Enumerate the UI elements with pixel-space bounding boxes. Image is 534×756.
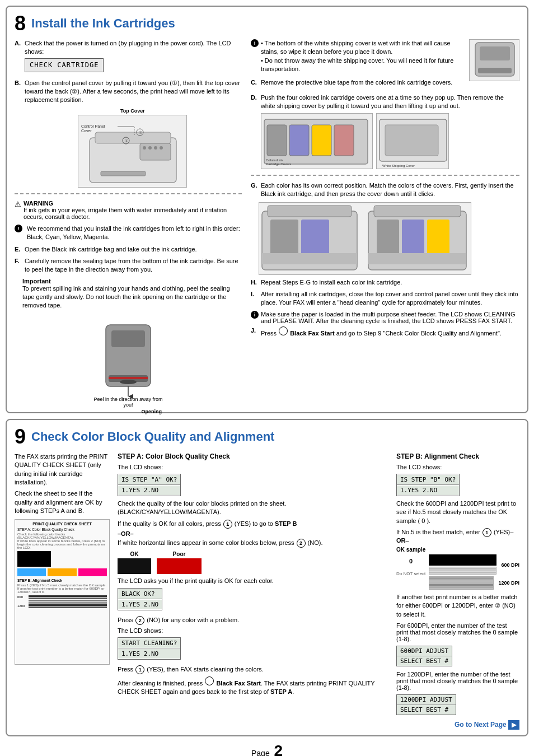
600dpi-row: 600 DPI bbox=[429, 554, 519, 575]
pq-sheet: PRINT QUALITY CHECK SHEET STEP A: Color … bbox=[15, 519, 110, 665]
section9-content: The FAX starts printing the PRINT QUALIT… bbox=[15, 452, 519, 730]
svg-rect-29 bbox=[334, 125, 354, 156]
step-d-content: Push the four colored ink cartridge cove… bbox=[261, 94, 519, 169]
svg-rect-42 bbox=[377, 220, 399, 259]
printer-diagram-area: Top Cover bbox=[24, 108, 242, 188]
step-a-if-ok: If the quality is OK for all colors, pre… bbox=[118, 520, 388, 529]
lcd-clean-line2: 1.YES 2.NO bbox=[118, 649, 180, 659]
section9-intro2: Check the sheet to see if the quality an… bbox=[15, 489, 110, 515]
svg-rect-24 bbox=[478, 68, 512, 73]
ok-sample-label: OK sample bbox=[396, 547, 519, 553]
step-i-text: After installing all ink cartridges, clo… bbox=[261, 290, 519, 307]
circle-1-b: 1 bbox=[483, 528, 491, 537]
svg-rect-39 bbox=[262, 253, 357, 264]
step-c: C. Remove the protective blue tape from … bbox=[251, 78, 465, 87]
info-bullet: i bbox=[251, 39, 259, 47]
right-top-area: i • The bottom of the white shipping cov… bbox=[251, 39, 519, 90]
step-g-label: G. bbox=[251, 181, 259, 199]
section9: 9 Check Color Block Quality and Alignmen… bbox=[6, 419, 528, 736]
600dpi-bars bbox=[429, 554, 496, 575]
svg-text:Colored Ink: Colored Ink bbox=[266, 158, 284, 162]
1200dpi-label: 1200 DPI bbox=[496, 580, 519, 586]
step-j: J. Press Black Fax Start and go to Step … bbox=[251, 326, 519, 338]
page-num-val: 2 bbox=[274, 742, 283, 756]
white-ship-svg: White Shipping Cover bbox=[376, 113, 449, 169]
svg-rect-26 bbox=[267, 125, 287, 156]
section8-content: A. Check that the power is turned on (by… bbox=[15, 39, 519, 407]
step-h-text: Repeat Steps E-G to install each color i… bbox=[261, 278, 402, 287]
svg-rect-41 bbox=[374, 206, 461, 217]
fax-start-btn-j bbox=[279, 326, 288, 335]
circle-2-black: 2 bbox=[135, 616, 144, 625]
fax-start-btn-9 bbox=[205, 676, 214, 685]
warning-text: If ink gets in your eyes, irrigate them … bbox=[24, 207, 227, 220]
svg-text:Cover: Cover bbox=[81, 129, 92, 133]
section8-title: Install the Ink Cartridges bbox=[31, 16, 175, 31]
adjust-1200-line1: 1200DPI ADJUST bbox=[397, 695, 456, 705]
step-j-label: J. bbox=[251, 326, 259, 338]
section8: 8 Install the Ink Cartridges A. Check th… bbox=[6, 6, 528, 413]
sample-display: 0 Do NOT select bbox=[396, 554, 519, 590]
dashed-divider bbox=[15, 193, 242, 194]
step-a-text: Check that the power is turned on (by pl… bbox=[25, 40, 231, 55]
black-block bbox=[17, 551, 51, 567]
svg-rect-7 bbox=[101, 171, 146, 176]
sample-nums: 0 Do NOT select bbox=[396, 554, 425, 578]
section8-right: i • The bottom of the white shipping cov… bbox=[251, 39, 519, 407]
step-f: F. Carefully remove the sealing tape fro… bbox=[15, 257, 242, 274]
page-wrapper: 8 Install the Ink Cartridges A. Check th… bbox=[0, 0, 534, 756]
info-order-text: We recommend that you install the ink ca… bbox=[27, 225, 242, 242]
step-b-heading: STEP B: Alignment Check bbox=[396, 452, 519, 460]
svg-rect-27 bbox=[289, 125, 309, 156]
go-next: Go to Next Page ▶ bbox=[396, 720, 519, 730]
step-c-label: C. bbox=[251, 78, 259, 87]
step-i-label: I. bbox=[251, 290, 259, 307]
svg-point-6 bbox=[160, 146, 163, 150]
step-d-text: Push the four colored ink cartridge cove… bbox=[261, 94, 504, 109]
sample-bars-area: 600 DPI bbox=[429, 554, 519, 590]
covers-svg: Colored Ink Cartridge Covers bbox=[261, 113, 373, 169]
step-a-if-white: If white horizontal lines appear in some… bbox=[118, 539, 388, 548]
col-right9: STEP B: Alignment Check The LCD shows: I… bbox=[396, 452, 519, 730]
step-d: D. Push the four colored ink cartridge c… bbox=[251, 94, 519, 169]
info-cleaning-icon: i bbox=[251, 311, 259, 319]
svg-rect-1 bbox=[95, 132, 171, 143]
1200dpi-bars bbox=[429, 576, 494, 590]
svg-rect-37 bbox=[270, 220, 298, 259]
step-e-text: Open the Black ink cartridge bag and tak… bbox=[25, 245, 197, 254]
step-e-label: E. bbox=[15, 245, 22, 254]
col-left9: The FAX starts printing the PRINT QUALIT… bbox=[15, 452, 110, 730]
important-label: Important bbox=[22, 278, 242, 284]
step-h-label: H. bbox=[251, 278, 259, 287]
cartridge-svg bbox=[469, 39, 519, 81]
for1200-text: For 1200DPI, enter the number of the tes… bbox=[396, 671, 519, 691]
step-a-lcd-intro: The LCD shows: bbox=[118, 464, 388, 470]
warning-icon: ⚠ bbox=[15, 200, 21, 208]
after-clean-text: After cleaning is finished, press Black … bbox=[118, 676, 388, 697]
step-i: I. After installing all ink cartridges, … bbox=[251, 290, 519, 307]
step-c-text: Remove the protective blue tape from the… bbox=[261, 78, 452, 87]
color-row1 bbox=[17, 568, 107, 576]
block-poor bbox=[157, 558, 202, 574]
press-no-text: Press 2 (NO) for any color with a proble… bbox=[118, 616, 388, 625]
info-order-row: i We recommend that you install the ink … bbox=[15, 225, 242, 242]
section9-title: Check Color Block Quality and Alignment bbox=[31, 430, 274, 444]
important-section: Important To prevent spilling ink and st… bbox=[22, 278, 242, 310]
page-label: Page bbox=[251, 749, 270, 756]
section9-intro1: The FAX starts printing the PRINT QUALIT… bbox=[15, 452, 110, 487]
lcd-group-black: BLACK OK? 1.YES 2.NO bbox=[118, 588, 162, 610]
not-ok-bar-1200 bbox=[429, 576, 494, 590]
circle-2-a: 2 bbox=[297, 539, 306, 548]
lcd-a-line2: 1.YES 2.NO bbox=[118, 486, 180, 495]
section9-num: 9 bbox=[15, 427, 26, 447]
svg-rect-43 bbox=[402, 220, 424, 259]
lcd-group-b: IS STEP "B" OK? 1.YES 2.NO bbox=[396, 474, 460, 496]
svg-rect-2 bbox=[140, 143, 171, 160]
info-cleaning-row: i Make sure the paper is loaded in the m… bbox=[251, 311, 519, 324]
step-a-heading: STEP A: Color Block Quality Check bbox=[118, 452, 388, 460]
step-a-content: Check that the power is turned on (by pl… bbox=[25, 39, 242, 76]
cartridge-peel-svg bbox=[83, 314, 173, 403]
step-d-label: D. bbox=[251, 94, 259, 169]
info-shipping-row: i • The bottom of the white shipping cov… bbox=[251, 39, 465, 74]
step-b-text: Open the control panel cover by pulling … bbox=[25, 80, 240, 104]
